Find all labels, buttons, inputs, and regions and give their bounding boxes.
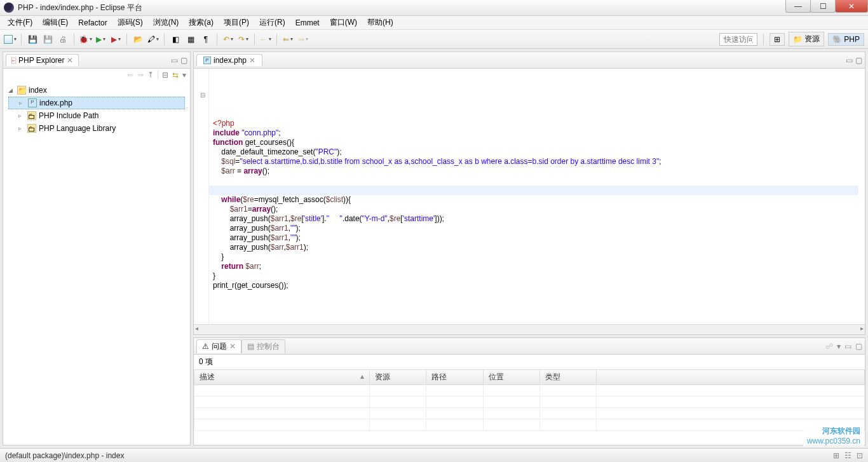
menu-窗口[interactable]: 窗口(W) <box>325 16 362 29</box>
menu-项目[interactable]: 项目(P) <box>219 16 254 29</box>
code-line[interactable]: array_push($arr1,""); <box>213 224 865 233</box>
work-area: ⍇ PHP Explorer ✕ ▭ ▢ ⇐ ⇒ ⤒ ⊟ ⇆ ▾ ◢📁index… <box>0 49 868 448</box>
last-edit-button[interactable]: ← <box>259 33 272 46</box>
back-icon[interactable]: ⇐ <box>127 71 133 79</box>
show-whitespace-button[interactable]: ¶ <box>200 33 212 46</box>
window-titlebar: PHP - index/index.php - Eclipse 平台 — ☐ ✕ <box>0 0 868 16</box>
editor-tab-index[interactable]: P index.php ✕ <box>196 54 262 66</box>
new-button[interactable] <box>4 33 17 46</box>
open-perspective-button[interactable]: ⊞ <box>770 33 785 46</box>
menu-refactor[interactable]: Refactor <box>73 17 112 29</box>
code-editor[interactable]: ⊟ <?phpinclude "conn.php";function get_c… <box>194 69 865 324</box>
forward-button[interactable]: ⇒ <box>297 33 309 46</box>
code-line[interactable]: } <box>213 271 865 281</box>
tree-item[interactable]: ▹🗀PHP Include Path <box>8 109 185 122</box>
menu-帮助[interactable]: 帮助(H) <box>362 16 398 29</box>
editor-area: P index.php ✕ ▭ ▢ ⊟ <?phpinclude "conn.p… <box>193 51 865 445</box>
php-explorer-tab[interactable]: ⍇ PHP Explorer ✕ <box>6 54 79 66</box>
back-button[interactable]: ⇐ <box>281 33 294 46</box>
code-line[interactable]: array_push($arr,$arr1); <box>213 243 865 252</box>
code-line[interactable]: function get_courses(){ <box>213 138 865 147</box>
main-toolbar: 💾 💾 🖨 🐞 ▶ ▶ 📂 🖍 ◧ ▦ ¶ ↶ ↷ ← ⇐ ⇒ ⊞ 📁 资源 🐘… <box>0 30 868 49</box>
code-line[interactable]: while($re=mysql_fetch_assoc($clist)){ <box>213 195 865 205</box>
tab-close-icon[interactable]: ✕ <box>249 56 255 65</box>
window-close-button[interactable]: ✕ <box>835 0 868 13</box>
menu-文件[interactable]: 文件(F) <box>3 16 37 29</box>
minimize-editor-button[interactable]: ▭ <box>846 56 853 65</box>
code-line[interactable]: include "conn.php"; <box>213 128 865 138</box>
minimize-view-button[interactable]: ▭ <box>171 56 178 65</box>
menu-搜索[interactable]: 搜索(a) <box>184 16 219 29</box>
problems-tab[interactable]: ⚠ 问题 ✕ <box>196 339 241 353</box>
code-line[interactable]: date_default_timezone_set("PRC"); <box>213 147 865 157</box>
resource-perspective-button[interactable]: 📁 资源 <box>789 32 824 46</box>
menu-运行[interactable]: 运行(R) <box>254 16 290 29</box>
view-menu-icon[interactable]: ▾ <box>182 71 186 79</box>
filter-icon[interactable]: ☍ <box>825 342 833 351</box>
code-line[interactable]: } <box>213 252 865 262</box>
code-line[interactable]: <?php <box>213 119 865 128</box>
ext-tools-button[interactable]: ▶ <box>109 33 122 46</box>
editor-horizontal-scrollbar[interactable] <box>194 324 865 334</box>
tree-item[interactable]: ▹🗀PHP Language Library <box>8 122 185 135</box>
code-line[interactable]: array_push($arr1,""); <box>213 233 865 243</box>
menu-emmet[interactable]: Emmet <box>290 17 325 29</box>
highlight-button[interactable]: 🖍 <box>147 33 159 46</box>
code-line[interactable]: array_push($arr1,$re['stitle']." ".date(… <box>213 214 865 224</box>
code-line[interactable]: $sql="select a.starttime,b.sid,b.stitle … <box>213 157 865 166</box>
tab-close-icon[interactable]: ✕ <box>229 342 236 351</box>
save-all-button[interactable]: 💾 <box>41 33 54 46</box>
collapse-all-icon[interactable]: ⊟ <box>162 71 168 79</box>
toggle-mark-button[interactable]: ◧ <box>169 33 182 46</box>
annotation-prev-button[interactable]: ↶ <box>222 33 234 46</box>
quick-access-input[interactable] <box>719 33 757 46</box>
link-editor-icon[interactable]: ⇆ <box>172 71 179 79</box>
up-icon[interactable]: ⤒ <box>147 71 154 79</box>
window-minimize-button[interactable]: — <box>785 0 811 13</box>
fold-icon[interactable]: ⊟ <box>200 90 205 100</box>
tree-item[interactable]: ▹Pindex.php <box>8 97 185 109</box>
save-button[interactable]: 💾 <box>26 33 39 46</box>
problems-count: 0 项 <box>194 355 865 369</box>
status-icon-2[interactable]: ☷ <box>844 451 851 460</box>
resource-perspective-label: 资源 <box>804 34 820 44</box>
code-line[interactable] <box>213 176 865 186</box>
tab-close-icon[interactable]: ✕ <box>67 56 73 65</box>
window-maximize-button[interactable]: ☐ <box>810 0 836 13</box>
php-perspective-button[interactable]: 🐘 PHP <box>828 33 864 46</box>
column-header[interactable]: 资源 <box>370 370 426 385</box>
run-button[interactable]: ▶ <box>94 33 107 46</box>
code-line[interactable]: $arr = array(); <box>213 166 865 176</box>
maximize-editor-button[interactable]: ▢ <box>855 56 862 65</box>
code-line[interactable]: print_r(get_courses()); <box>213 281 865 290</box>
forward-icon[interactable]: ⇒ <box>137 71 144 79</box>
print-button[interactable]: 🖨 <box>57 33 69 46</box>
minimize-panel-button[interactable]: ▭ <box>844 342 851 351</box>
problems-panel: ⚠ 问题 ✕ ▤ 控制台 ☍ ▾ ▭ ▢ 0 项 描述 ▴资源路径位置类 <box>193 337 865 445</box>
toggle-block-button[interactable]: ▦ <box>184 33 197 46</box>
code-line[interactable]: $arr1=array(); <box>213 205 865 214</box>
view-menu-icon[interactable]: ▾ <box>837 342 841 351</box>
column-header[interactable]: 描述 ▴ <box>194 370 370 385</box>
menu-源码[interactable]: 源码(S) <box>112 16 148 29</box>
tree-project[interactable]: ◢📁index <box>8 84 185 97</box>
status-icon-1[interactable]: ⊞ <box>833 451 839 460</box>
console-tab[interactable]: ▤ 控制台 <box>241 339 285 353</box>
menu-bar: 文件(F)编辑(E)Refactor源码(S)浏览(N)搜索(a)项目(P)运行… <box>0 16 868 30</box>
debug-button[interactable]: 🐞 <box>79 33 92 46</box>
problems-table[interactable]: 描述 ▴资源路径位置类型 <box>194 369 865 445</box>
column-header[interactable]: 路径 <box>426 370 483 385</box>
open-folder-button[interactable]: 📂 <box>132 33 144 46</box>
status-icon-3[interactable]: ⊡ <box>857 451 863 460</box>
column-header[interactable]: 类型 <box>539 370 596 385</box>
explorer-toolbar: ⇐ ⇒ ⤒ ⊟ ⇆ ▾ <box>3 69 190 81</box>
maximize-panel-button[interactable]: ▢ <box>855 342 862 351</box>
annotation-next-button[interactable]: ↷ <box>237 33 250 46</box>
menu-编辑[interactable]: 编辑(E) <box>37 16 73 29</box>
column-header[interactable]: 位置 <box>483 370 539 385</box>
menu-浏览[interactable]: 浏览(N) <box>148 16 184 29</box>
code-line[interactable]: return $arr; <box>213 262 865 271</box>
maximize-view-button[interactable]: ▢ <box>180 56 187 65</box>
project-tree[interactable]: ◢📁index▹Pindex.php▹🗀PHP Include Path▹🗀PH… <box>3 81 190 445</box>
table-row <box>194 408 865 419</box>
